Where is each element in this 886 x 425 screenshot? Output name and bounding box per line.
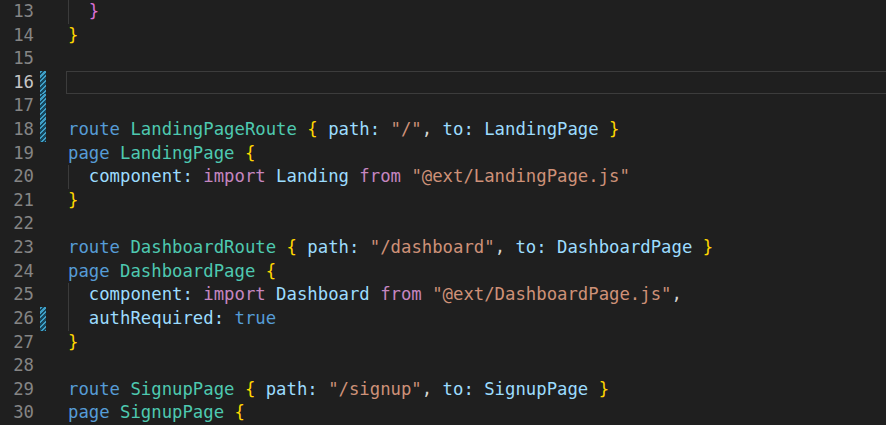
line-number[interactable]: 26 <box>0 307 34 331</box>
code-token[interactable] <box>588 379 598 399</box>
code-text[interactable]: page LandingPage { <box>68 142 255 166</box>
code-line[interactable]: 25 component: import Dashboard from "@ex… <box>0 283 886 307</box>
code-token[interactable]: { <box>245 143 255 163</box>
code-token[interactable] <box>193 284 203 304</box>
code-token[interactable]: to: <box>443 379 474 399</box>
code-token[interactable] <box>110 261 120 281</box>
code-token[interactable]: authRequired: <box>89 308 224 328</box>
code-token[interactable]: SignupPage <box>484 379 588 399</box>
code-token[interactable] <box>68 308 89 328</box>
code-token[interactable] <box>297 119 307 139</box>
code-token[interactable]: DashboardPage <box>120 261 255 281</box>
code-text[interactable]: } <box>68 0 99 24</box>
code-token[interactable]: component: <box>89 166 193 186</box>
line-number[interactable]: 13 <box>0 0 34 24</box>
code-token[interactable] <box>297 237 307 257</box>
code-token[interactable]: route <box>68 237 120 257</box>
code-editor[interactable]: 13 }14}15161718route LandingPageRoute { … <box>0 0 886 425</box>
code-token[interactable]: } <box>599 379 609 399</box>
code-token[interactable]: route <box>68 119 120 139</box>
line-number[interactable]: 23 <box>0 236 34 260</box>
code-token[interactable] <box>505 237 515 257</box>
code-text[interactable]: authRequired: true <box>68 307 276 331</box>
code-token[interactable]: page <box>68 143 110 163</box>
code-token[interactable] <box>234 143 244 163</box>
code-token[interactable] <box>318 379 328 399</box>
code-token[interactable]: SignupPage <box>130 379 234 399</box>
line-number[interactable]: 18 <box>0 118 34 142</box>
code-token[interactable]: from <box>380 284 422 304</box>
code-token[interactable]: DashboardPage <box>557 237 692 257</box>
code-line[interactable]: 18route LandingPageRoute { path: "/", to… <box>0 118 886 142</box>
code-token[interactable]: , <box>422 379 432 399</box>
code-token[interactable]: { <box>287 237 297 257</box>
code-token[interactable]: component: <box>89 284 193 304</box>
code-token[interactable]: } <box>609 119 619 139</box>
line-number[interactable]: 14 <box>0 24 34 48</box>
code-token[interactable]: from <box>359 166 401 186</box>
code-token[interactable] <box>266 284 276 304</box>
code-line[interactable]: 26 authRequired: true <box>0 307 886 331</box>
line-number[interactable]: 17 <box>0 94 34 118</box>
code-text[interactable]: route SignupPage { path: "/signup", to: … <box>68 378 609 402</box>
code-token[interactable]: to: <box>515 237 546 257</box>
code-text[interactable]: page SignupPage { <box>68 401 245 425</box>
code-token[interactable]: } <box>68 190 78 210</box>
code-text[interactable]: } <box>68 189 78 213</box>
code-line[interactable]: 30page SignupPage { <box>0 401 886 425</box>
git-modified-indicator[interactable] <box>40 71 46 95</box>
git-modified-indicator[interactable] <box>40 118 46 142</box>
code-text[interactable]: page DashboardPage { <box>68 260 276 284</box>
code-token[interactable]: "/" <box>391 119 422 139</box>
code-token[interactable] <box>432 379 442 399</box>
code-token[interactable]: Landing <box>276 166 349 186</box>
code-line[interactable]: 17 <box>0 94 886 118</box>
code-token[interactable]: { <box>245 379 255 399</box>
code-token[interactable] <box>349 166 359 186</box>
code-line[interactable]: 23route DashboardRoute { path: "/dashboa… <box>0 236 886 260</box>
code-token[interactable]: , <box>495 237 505 257</box>
code-token[interactable] <box>599 119 609 139</box>
line-number[interactable]: 29 <box>0 378 34 402</box>
line-number[interactable]: 25 <box>0 283 34 307</box>
code-token[interactable]: "@ext/DashboardPage.js" <box>432 284 671 304</box>
code-token[interactable]: SignupPage <box>120 402 224 422</box>
code-token[interactable]: LandingPageRoute <box>130 119 296 139</box>
code-token[interactable] <box>68 1 89 21</box>
code-token[interactable] <box>110 143 120 163</box>
code-token[interactable]: , <box>422 119 432 139</box>
code-token[interactable] <box>255 379 265 399</box>
code-token[interactable] <box>547 237 557 257</box>
code-token[interactable] <box>401 166 411 186</box>
code-line[interactable]: 20 component: import Landing from "@ext/… <box>0 165 886 189</box>
code-token[interactable]: { <box>266 261 276 281</box>
code-text[interactable]: route DashboardRoute { path: "/dashboard… <box>68 236 713 260</box>
code-line[interactable]: 28 <box>0 354 886 378</box>
code-token[interactable]: "@ext/LandingPage.js" <box>411 166 630 186</box>
code-token[interactable]: { <box>234 402 244 422</box>
git-modified-indicator[interactable] <box>40 307 46 331</box>
line-number[interactable]: 30 <box>0 401 34 425</box>
code-token[interactable]: import <box>203 284 265 304</box>
code-token[interactable] <box>120 379 130 399</box>
code-token[interactable] <box>110 402 120 422</box>
line-number[interactable]: 28 <box>0 354 34 378</box>
code-token[interactable] <box>370 284 380 304</box>
code-token[interactable] <box>255 261 265 281</box>
code-token[interactable]: path: <box>266 379 318 399</box>
code-token[interactable] <box>68 166 89 186</box>
code-token[interactable] <box>474 119 484 139</box>
code-token[interactable]: } <box>68 25 78 45</box>
code-token[interactable] <box>380 119 390 139</box>
git-modified-indicator[interactable] <box>40 94 46 118</box>
code-line[interactable]: 22 <box>0 212 886 236</box>
code-token[interactable] <box>193 166 203 186</box>
code-line[interactable]: 19page LandingPage { <box>0 142 886 166</box>
code-token[interactable] <box>318 119 328 139</box>
code-token[interactable] <box>68 284 89 304</box>
code-token[interactable] <box>359 237 369 257</box>
code-token[interactable]: LandingPage <box>120 143 234 163</box>
code-token[interactable]: Dashboard <box>276 284 370 304</box>
code-line[interactable]: 14} <box>0 24 886 48</box>
code-token[interactable]: path: <box>307 237 359 257</box>
